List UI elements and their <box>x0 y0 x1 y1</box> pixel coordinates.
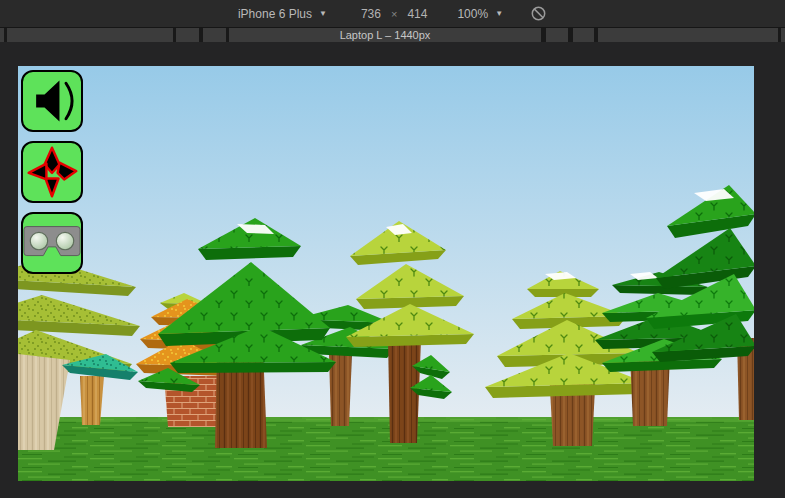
chevron-down-icon: ▼ <box>495 9 503 18</box>
breakpoint-segment[interactable] <box>203 28 226 42</box>
devtools-responsive-mode: iPhone 6 Plus ▼ 736 × 414 100% ▼ Laptop … <box>0 0 785 498</box>
zoom-select[interactable]: 100% ▼ <box>457 7 503 21</box>
breakpoint-segment[interactable] <box>546 28 568 42</box>
dimension-separator: × <box>391 8 397 20</box>
move-button[interactable] <box>21 141 83 203</box>
vr-button[interactable] <box>21 212 83 274</box>
breakpoint-segment[interactable] <box>0 28 4 42</box>
breakpoint-segment[interactable] <box>598 28 778 42</box>
breakpoint-segment[interactable] <box>7 28 173 42</box>
zoom-select-label: 100% <box>457 7 488 21</box>
rotate-viewport-icon <box>530 5 547 22</box>
game-viewport[interactable] <box>18 66 754 481</box>
viewport-dimensions: 736 × 414 <box>361 7 428 21</box>
device-select[interactable]: iPhone 6 Plus ▼ <box>238 7 327 21</box>
speaker-icon <box>24 73 80 129</box>
cardboard-icon <box>23 214 81 272</box>
chevron-down-icon: ▼ <box>319 9 327 18</box>
viewport-height-field[interactable]: 414 <box>407 7 427 21</box>
breakpoint-segment[interactable] <box>573 28 594 42</box>
rotate-viewport-button[interactable] <box>529 5 547 23</box>
breakpoint-segment[interactable] <box>781 28 785 42</box>
audio-button[interactable] <box>21 70 83 132</box>
breakpoint-segment[interactable] <box>176 28 199 42</box>
viewport-width-field[interactable]: 736 <box>361 7 381 21</box>
hud-button-column <box>21 70 83 283</box>
breakpoint-bar: Laptop L – 1440px <box>0 28 785 42</box>
breakpoint-segment[interactable] <box>229 28 541 42</box>
device-select-label: iPhone 6 Plus <box>238 7 312 21</box>
forest-scene-canvas[interactable] <box>18 66 754 481</box>
dpad-icon <box>24 144 80 200</box>
device-toolbar: iPhone 6 Plus ▼ 736 × 414 100% ▼ <box>0 0 785 28</box>
